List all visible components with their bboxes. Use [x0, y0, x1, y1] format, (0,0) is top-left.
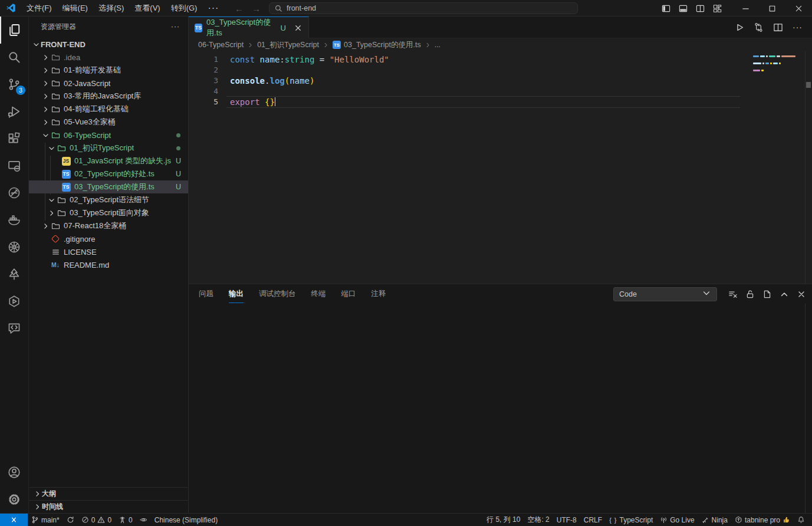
- activity-remote-explorer[interactable]: [0, 152, 28, 179]
- command-center-search[interactable]: front-end: [269, 2, 578, 14]
- split-icon[interactable]: [773, 22, 783, 32]
- tree-root-item[interactable]: FRONT-END: [29, 38, 188, 51]
- activity-todo-tree[interactable]: [0, 261, 28, 288]
- layout-split-icon[interactable]: [696, 4, 705, 13]
- menu-more-button[interactable]: ···: [202, 1, 224, 15]
- breadcrumb-item-3[interactable]: ...: [435, 41, 440, 49]
- code-editor[interactable]: 1const name:string = "HelloWorld"23conso…: [189, 51, 812, 284]
- status-text: Go Live: [670, 516, 694, 524]
- tree-item[interactable]: 02-JavaScript: [29, 77, 188, 90]
- tree-item[interactable]: 02_TypeScript语法细节: [29, 193, 188, 206]
- sidebar-section-1[interactable]: 时间线: [29, 500, 188, 513]
- tree-item[interactable]: 03_TypeScript面向对象: [29, 206, 188, 219]
- search-value: front-end: [287, 4, 316, 12]
- sidebar-section-0[interactable]: 大纲: [29, 487, 188, 500]
- menu-item-3[interactable]: 查看(V): [129, 1, 165, 15]
- status-indentation[interactable]: 空格: 2: [524, 514, 553, 526]
- activity-search[interactable]: [0, 44, 28, 71]
- sidebar-more-button[interactable]: ···: [171, 22, 180, 31]
- tree-item[interactable]: LICENSE: [29, 245, 188, 258]
- open-in-editor-icon[interactable]: [762, 290, 772, 299]
- tree-item[interactable]: .idea: [29, 51, 188, 64]
- more-icon[interactable]: ···: [793, 22, 803, 32]
- tab-close-icon[interactable]: [294, 24, 303, 32]
- tree-item[interactable]: 07-React18全家桶: [29, 219, 188, 232]
- status-language-mode[interactable]: { }TypeScript: [606, 514, 656, 526]
- panel-tab-4[interactable]: 端口: [341, 287, 356, 301]
- minimap[interactable]: [753, 55, 795, 73]
- tab-active-file[interactable]: TS 03_TypeScript的使用.ts U: [189, 17, 309, 38]
- compare-icon[interactable]: [754, 22, 764, 32]
- menu-item-4[interactable]: 转到(G): [166, 1, 203, 15]
- status-remote[interactable]: [0, 514, 28, 526]
- code-text: [218, 86, 230, 97]
- status-sync[interactable]: [63, 514, 78, 526]
- editor-scrollbar[interactable]: [805, 51, 812, 284]
- tree-item[interactable]: 04-前端工程化基础: [29, 103, 188, 116]
- activity-docker[interactable]: [0, 206, 28, 234]
- back-arrow-icon[interactable]: ←: [235, 4, 244, 14]
- panel-tab-1[interactable]: 输出: [229, 287, 244, 301]
- output-channel-select[interactable]: Code: [613, 287, 717, 301]
- status-ninja[interactable]: Ninja: [698, 514, 731, 526]
- breadcrumb-item-1[interactable]: 01_初识TypeScript: [257, 40, 319, 50]
- maximize-panel-icon[interactable]: [780, 290, 789, 299]
- close-window-button[interactable]: [785, 0, 812, 17]
- unlock-icon[interactable]: [745, 290, 755, 299]
- activity-kubernetes[interactable]: [0, 234, 28, 261]
- tree-item[interactable]: .gitignore: [29, 232, 188, 245]
- breadcrumb-item-2[interactable]: TS03_TypeScript的使用.ts: [333, 40, 421, 50]
- status-go-live[interactable]: Go Live: [656, 514, 698, 526]
- status-cursor-position[interactable]: 行 5, 列 10: [483, 514, 524, 526]
- close-panel-icon[interactable]: [797, 290, 806, 299]
- panel-tab-2[interactable]: 调试控制台: [259, 287, 296, 301]
- tree-item[interactable]: TS03_TypeScript的使用.tsU: [29, 180, 188, 193]
- tree-item[interactable]: TS02_TypeScript的好处.tsU: [29, 167, 188, 180]
- tree-item[interactable]: 01-前端开发基础: [29, 64, 188, 77]
- status-ports[interactable]: 0: [115, 514, 136, 526]
- tree-item[interactable]: JS01_JavaScript 类型的缺失.jsU: [29, 154, 188, 167]
- activity-hexagon-play[interactable]: [0, 288, 28, 315]
- maximize-button[interactable]: [759, 0, 785, 17]
- clear-output-icon[interactable]: [728, 290, 738, 299]
- tree-item[interactable]: 01_初识TypeScript: [29, 142, 188, 154]
- status-notifications[interactable]: [794, 514, 808, 526]
- status-problems[interactable]: 00: [78, 514, 115, 526]
- status-language-pack[interactable]: Chinese (Simplified): [151, 514, 221, 526]
- activity-settings[interactable]: [0, 486, 28, 513]
- run-icon[interactable]: [734, 22, 744, 32]
- tree-item[interactable]: 06-TypeScript: [29, 129, 188, 142]
- layout-panel-icon[interactable]: [679, 4, 688, 13]
- activity-extensions[interactable]: [0, 125, 28, 152]
- menu-item-0[interactable]: 文件(F): [21, 1, 57, 15]
- output-panel-content: [189, 304, 812, 513]
- activity-account[interactable]: [0, 459, 28, 486]
- panel-tab-0[interactable]: 问题: [199, 287, 213, 301]
- status-eol[interactable]: CRLF: [580, 514, 606, 526]
- activity-source-control[interactable]: 3: [0, 71, 28, 98]
- forward-arrow-icon[interactable]: →: [252, 4, 261, 14]
- activity-tools[interactable]: [0, 179, 28, 206]
- menu-item-1[interactable]: 编辑(E): [57, 1, 93, 15]
- remote-explorer-icon: [8, 159, 21, 172]
- tree-item[interactable]: 03-常用的JavaScript库: [29, 90, 188, 103]
- tree-item[interactable]: 05-Vue3全家桶: [29, 116, 188, 129]
- layout-sidebar-left-icon[interactable]: [662, 4, 670, 13]
- status-branch[interactable]: main*: [28, 514, 63, 526]
- tree-root-label: FRONT-END: [41, 40, 86, 49]
- activity-run-debug[interactable]: [0, 98, 28, 125]
- tree-item[interactable]: M↓README.md: [29, 258, 188, 271]
- status-screencast[interactable]: [136, 514, 151, 526]
- panel-scrollbar[interactable]: [805, 304, 812, 513]
- status-encoding[interactable]: UTF-8: [553, 514, 580, 526]
- menu-item-2[interactable]: 选择(S): [93, 1, 129, 15]
- activity-code-chat[interactable]: [0, 315, 28, 342]
- layout-customize-icon[interactable]: [713, 4, 722, 13]
- panel-tab-3[interactable]: 终端: [311, 287, 326, 301]
- activity-explorer[interactable]: [0, 17, 28, 44]
- minimize-button[interactable]: [732, 0, 759, 17]
- breadcrumb-item-0[interactable]: 06-TypeScript: [198, 41, 244, 49]
- panel-tab-5[interactable]: 注释: [372, 287, 386, 301]
- status-tabnine[interactable]: tabnine pro: [731, 514, 794, 526]
- scrollbar-thumb[interactable]: [806, 82, 811, 88]
